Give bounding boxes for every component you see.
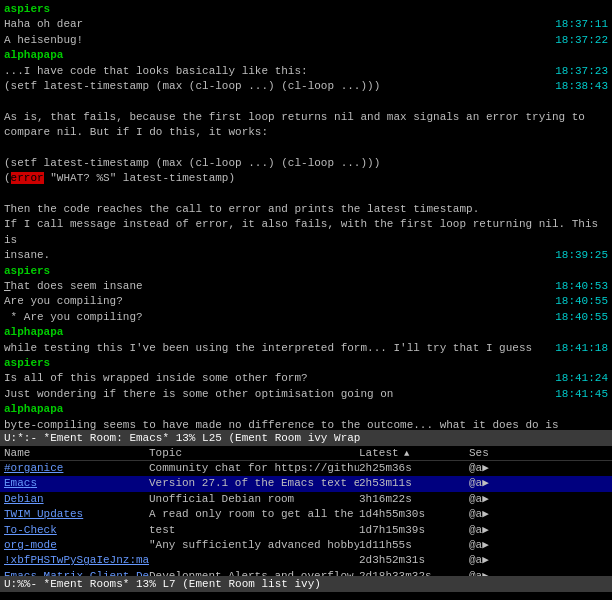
room-latest: 1d4h55m30s — [359, 507, 469, 522]
room-list-area[interactable]: Name Topic Latest Ses #organice Communit… — [0, 446, 612, 576]
msg-line: Haha oh dear 18:37:11 — [4, 17, 608, 32]
message-text — [4, 141, 600, 156]
room-latest: 2d18h33m32s — [359, 569, 469, 576]
message-text: Are you compiling? — [4, 294, 547, 309]
room-link[interactable]: TWIM Updates — [4, 508, 83, 520]
room-latest: 1d7h15m39s — [359, 523, 469, 538]
room-row[interactable]: TWIM Updates A read only room to get all… — [0, 507, 612, 522]
msg-line: Is all of this wrapped inside some other… — [4, 371, 608, 386]
room-latest: 2h53m11s — [359, 476, 469, 491]
room-link[interactable]: Debian — [4, 493, 44, 505]
msg-line: That does seem insane 18:40:53 — [4, 279, 608, 294]
room-latest: 3h16m22s — [359, 492, 469, 507]
timestamp: 18:41:18 — [555, 341, 608, 356]
msg-line: while testing this I've been using the i… — [4, 341, 608, 356]
msg-line: alphapapa — [4, 325, 608, 340]
room-row[interactable]: Emacs Matrix Client Dev... Development A… — [0, 569, 612, 576]
msg-line: aspiers — [4, 356, 608, 371]
room-link[interactable]: To-Check — [4, 524, 57, 536]
message-text: insane. — [4, 248, 547, 263]
room-row[interactable]: #organice Community chat for https://git… — [0, 461, 612, 476]
error-token: error — [11, 172, 44, 184]
msg-line: aspiers — [4, 2, 608, 17]
mode-line-top-text: U:*:- *Ement Room: Emacs* 13% L25 (Ement… — [4, 432, 360, 444]
room-link[interactable]: Emacs Matrix Client Dev... — [4, 570, 149, 576]
room-link[interactable]: org-mode — [4, 539, 57, 551]
code-text: (setf latest-timestamp (max (cl-loop ...… — [4, 79, 547, 94]
msg-line: (error "WHAT? %S" latest-timestamp) — [4, 171, 608, 186]
room-link[interactable]: !xbfPHSTwPySgaIeJnz:ma... — [4, 554, 149, 566]
username: aspiers — [4, 357, 50, 369]
timestamp: 18:41:45 — [555, 387, 608, 402]
msg-line: As is, that fails, because the first loo… — [4, 110, 608, 125]
msg-line — [4, 141, 608, 156]
room-topic: "Any sufficiently advanced hobby... — [149, 538, 359, 553]
msg-line: aspiers — [4, 264, 608, 279]
room-row[interactable]: To-Check test 1d7h15m39s @a▶ — [0, 523, 612, 538]
chat-area: aspiers Haha oh dear 18:37:11 A heisenbu… — [0, 0, 612, 430]
username: alphapapa — [4, 49, 63, 61]
room-list-header: Name Topic Latest Ses — [0, 446, 612, 461]
message-text — [4, 187, 600, 202]
message-text: Haha oh dear — [4, 17, 547, 32]
msg-line: * Are you compiling? 18:40:55 — [4, 310, 608, 325]
col-header-latest: Latest — [359, 447, 469, 459]
room-latest: 2d3h52m31s — [359, 553, 469, 568]
room-topic: Community chat for https://githu... — [149, 461, 359, 476]
timestamp: 18:40:53 — [555, 279, 608, 294]
col-header-name: Name — [4, 447, 149, 459]
msg-line: Just wondering if there is some other op… — [4, 387, 608, 402]
room-topic: Version 27.1 of the Emacs text e... — [149, 476, 359, 491]
code-text: (setf latest-timestamp (max (cl-loop ...… — [4, 156, 600, 171]
room-ses: @a▶ — [469, 523, 519, 538]
room-ses: @a▶ — [469, 461, 519, 476]
message-text: Then the code reaches the call to error … — [4, 202, 600, 217]
msg-line — [4, 187, 608, 202]
message-text: A heisenbug! — [4, 33, 547, 48]
msg-line — [4, 94, 608, 109]
msg-line: compare nil. But if I do this, it works: — [4, 125, 608, 140]
room-ses: @a▶ — [469, 553, 519, 568]
room-ses: @a▶ — [469, 538, 519, 553]
timestamp: 18:37:23 — [555, 64, 608, 79]
message-text: compare nil. But if I do this, it works: — [4, 125, 600, 140]
msg-line: Are you compiling? 18:40:55 — [4, 294, 608, 309]
room-link[interactable]: #organice — [4, 462, 63, 474]
message-text: As is, that fails, because the first loo… — [4, 110, 600, 125]
username: aspiers — [4, 265, 50, 277]
room-row[interactable]: Emacs Version 27.1 of the Emacs text e..… — [0, 476, 612, 491]
timestamp: 18:38:43 — [555, 79, 608, 94]
username: alphapapa — [4, 326, 63, 338]
room-link[interactable]: Emacs — [4, 477, 37, 489]
msg-line: Then the code reaches the call to error … — [4, 202, 608, 217]
msg-line: byte-compiling seems to have made no dif… — [4, 418, 608, 430]
room-ses: @a▶ — [469, 492, 519, 507]
timestamp: 18:39:25 — [555, 248, 608, 263]
col-header-topic: Topic — [149, 447, 359, 459]
mode-line-bottom: U:%%- *Ement Rooms* 13% L7 (Ement Room l… — [0, 576, 612, 592]
message-text: Just wondering if there is some other op… — [4, 387, 547, 402]
room-topic: test — [149, 523, 359, 538]
message-text: byte-compiling seems to have made no dif… — [4, 418, 600, 430]
timestamp: 18:37:22 — [555, 33, 608, 48]
msg-line: (setf latest-timestamp (max (cl-loop ...… — [4, 79, 608, 94]
msg-line: alphapapa — [4, 48, 608, 63]
timestamp: 18:41:24 — [555, 371, 608, 386]
room-ses: @a▶ — [469, 476, 519, 491]
message-text: Is all of this wrapped inside some other… — [4, 371, 547, 386]
room-topic: Unofficial Debian room — [149, 492, 359, 507]
room-topic: Development Alerts and overflow — [149, 569, 359, 576]
message-text: ...I have code that looks basically like… — [4, 64, 547, 79]
room-latest: 1d11h55s — [359, 538, 469, 553]
username: aspiers — [4, 3, 50, 15]
message-text: while testing this I've been using the i… — [4, 341, 547, 356]
mode-line-top: U:*:- *Ement Room: Emacs* 13% L25 (Ement… — [0, 430, 612, 446]
message-text — [4, 94, 600, 109]
message-text: That does seem insane — [4, 279, 547, 294]
room-row[interactable]: !xbfPHSTwPySgaIeJnz:ma... 2d3h52m31s @a▶ — [0, 553, 612, 568]
room-row[interactable]: org-mode "Any sufficiently advanced hobb… — [0, 538, 612, 553]
room-row[interactable]: Debian Unofficial Debian room 3h16m22s @… — [0, 492, 612, 507]
message-text: * Are you compiling? — [4, 310, 547, 325]
mode-line-bottom-text: U:%%- *Ement Rooms* 13% L7 (Ement Room l… — [4, 578, 321, 590]
msg-line: insane. 18:39:25 — [4, 248, 608, 263]
